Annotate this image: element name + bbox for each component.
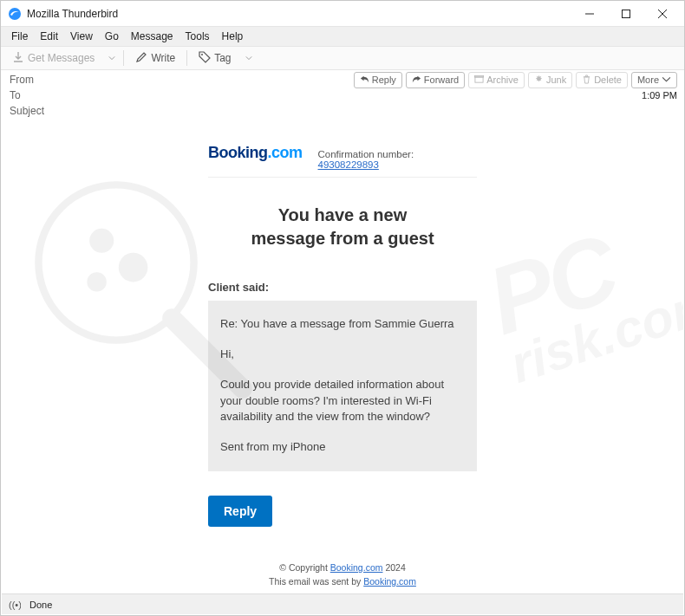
- to-label: To: [10, 89, 53, 101]
- get-messages-dropdown[interactable]: [106, 55, 118, 62]
- main-toolbar: Get Messages Write Tag: [1, 46, 684, 70]
- confirmation-number: Confirmation number: 49308229893: [318, 149, 477, 170]
- svg-point-13: [87, 272, 106, 291]
- message-body-pane[interactable]: PCrisk.com Booking.com Confirmation numb…: [2, 131, 683, 593]
- reply-icon: [360, 75, 369, 86]
- menu-message[interactable]: Message: [126, 29, 179, 44]
- message-time: 1:09 PM: [642, 90, 677, 101]
- forward-button[interactable]: Forward: [406, 72, 465, 88]
- tag-label: Tag: [214, 52, 231, 64]
- guest-message-body: Could you provide detailed information a…: [220, 377, 465, 426]
- close-button[interactable]: [644, 2, 681, 26]
- window-titlebar: Mozilla Thunderbird: [1, 1, 684, 27]
- booking-logo: Booking.com: [208, 144, 303, 162]
- maximize-button[interactable]: [608, 2, 644, 26]
- status-text: Done: [29, 600, 52, 610]
- svg-rect-2: [623, 10, 630, 17]
- get-messages-label: Get Messages: [28, 52, 95, 64]
- svg-point-12: [119, 253, 148, 282]
- pencil-icon: [135, 51, 147, 66]
- menu-tools[interactable]: Tools: [180, 29, 215, 44]
- minimize-button[interactable]: [571, 2, 608, 26]
- svg-point-5: [201, 54, 203, 55]
- guest-message-subject: Re: You have a message from Sammie Guerr…: [220, 316, 465, 333]
- tag-dropdown[interactable]: [243, 55, 255, 62]
- footer-sent-link[interactable]: Booking.com: [363, 576, 416, 587]
- tag-icon: [199, 51, 211, 66]
- svg-text:((•)): ((•)): [9, 600, 21, 610]
- message-header: From Reply Forward Archive Junk Delete: [1, 70, 684, 122]
- status-bar: ((•)) Done: [2, 593, 683, 614]
- guest-message-box: Re: You have a message from Sammie Guerr…: [208, 301, 477, 471]
- window-title: Mozilla Thunderbird: [27, 8, 118, 20]
- confirmation-link[interactable]: 49308229893: [318, 159, 379, 170]
- menu-go[interactable]: Go: [100, 29, 124, 44]
- forward-icon: [412, 75, 421, 86]
- write-label: Write: [151, 52, 175, 64]
- menu-edit[interactable]: Edit: [35, 29, 63, 44]
- junk-icon: [534, 75, 544, 86]
- svg-point-0: [9, 8, 21, 20]
- menu-view[interactable]: View: [65, 29, 98, 44]
- archive-button[interactable]: Archive: [468, 72, 525, 88]
- delete-button[interactable]: Delete: [576, 72, 628, 88]
- subject-label: Subject: [10, 105, 53, 117]
- activity-icon[interactable]: ((•)): [9, 599, 21, 611]
- thunderbird-icon: [8, 7, 22, 21]
- get-messages-button[interactable]: Get Messages: [6, 49, 101, 68]
- guest-message-greeting: Hi,: [220, 347, 465, 363]
- junk-button[interactable]: Junk: [528, 72, 572, 88]
- menu-file[interactable]: File: [6, 29, 33, 44]
- from-label: From: [10, 74, 53, 86]
- svg-rect-6: [475, 76, 483, 81]
- trash-icon: [582, 75, 591, 86]
- guest-message-signature: Sent from my iPhone: [220, 439, 465, 456]
- client-said-label: Client said:: [208, 281, 477, 294]
- email-footer: © Copyright Booking.com 2024 This email …: [208, 561, 477, 589]
- email-headline: You have a new message from a guest: [208, 204, 477, 250]
- reply-button[interactable]: Reply: [354, 72, 402, 88]
- tag-button[interactable]: Tag: [192, 49, 237, 68]
- chevron-down-icon: [662, 75, 671, 86]
- menubar: File Edit View Go Message Tools Help: [1, 27, 684, 46]
- svg-point-11: [89, 229, 114, 253]
- email-reply-button[interactable]: Reply: [208, 496, 272, 527]
- archive-icon: [474, 75, 484, 86]
- svg-point-9: [38, 185, 193, 340]
- footer-brand-link[interactable]: Booking.com: [330, 562, 383, 573]
- email-card-header: Booking.com Confirmation number: 4930822…: [208, 144, 477, 178]
- more-button[interactable]: More: [631, 72, 677, 88]
- watermark-text: PCrisk.com: [479, 197, 683, 389]
- write-button[interactable]: Write: [129, 49, 181, 68]
- menu-help[interactable]: Help: [217, 29, 249, 44]
- download-icon: [12, 51, 24, 66]
